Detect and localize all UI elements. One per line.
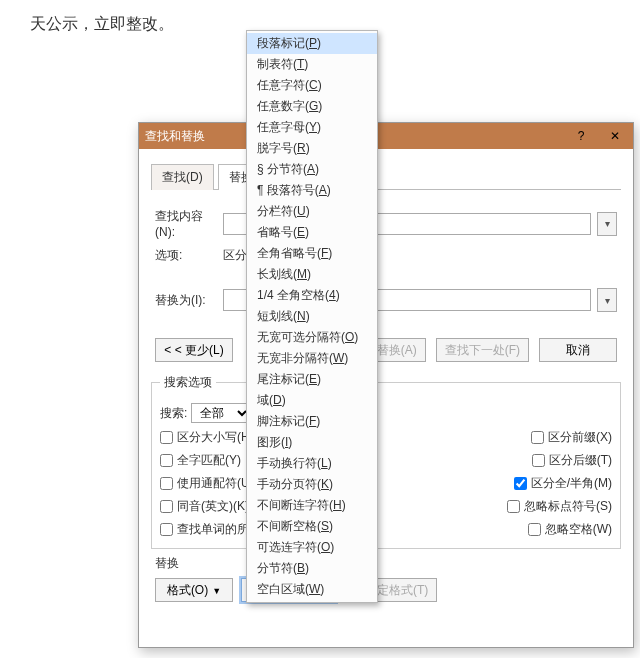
menu-item[interactable]: 脚注标记(F) — [247, 411, 377, 432]
menu-item[interactable]: 全角省略号(F) — [247, 243, 377, 264]
format-button[interactable]: 格式(O)▼ — [155, 578, 233, 602]
menu-item[interactable]: 1/4 全角空格(4) — [247, 285, 377, 306]
special-format-menu: 段落标记(P)制表符(T)任意字符(C)任意数字(G)任意字母(Y)脱字号(R)… — [246, 30, 378, 603]
chk-prefix[interactable]: 区分前缀(X) — [531, 429, 612, 446]
options-right-column: 区分前缀(X) 区分后缀(T) 区分全/半角(M) 忽略标点符号(S) 忽略空格… — [396, 429, 612, 538]
dialog-title: 查找和替换 — [145, 128, 205, 145]
replace-dropdown-button[interactable]: ▾ — [597, 288, 617, 312]
menu-item[interactable]: 省略号(E) — [247, 222, 377, 243]
menu-item[interactable]: 分栏符(U) — [247, 201, 377, 222]
chk-suffix[interactable]: 区分后缀(T) — [532, 452, 612, 469]
replace-label: 替换为(I): — [155, 292, 217, 309]
menu-item[interactable]: 短划线(N) — [247, 306, 377, 327]
form-area: 查找内容(N): ▾ 选项: 区分 替换为(I): ▾ — [139, 190, 633, 326]
chk-full-half[interactable]: 区分全/半角(M) — [514, 475, 612, 492]
menu-item[interactable]: 尾注标记(E) — [247, 369, 377, 390]
menu-item[interactable]: 任意字符(C) — [247, 75, 377, 96]
menu-item[interactable]: 不间断连字符(H) — [247, 495, 377, 516]
less-button[interactable]: < < 更少(L) — [155, 338, 233, 362]
menu-item[interactable]: 长划线(M) — [247, 264, 377, 285]
menu-item[interactable]: 手动分页符(K) — [247, 474, 377, 495]
cancel-button[interactable]: 取消 — [539, 338, 617, 362]
menu-item[interactable]: 无宽非分隔符(W) — [247, 348, 377, 369]
dialog-tabs: 查找(D) 替换(P) — [151, 163, 621, 190]
search-direction-select[interactable]: 全部 — [191, 403, 251, 423]
menu-item[interactable]: ¶ 段落符号(A) — [247, 180, 377, 201]
options-value: 区分 — [223, 247, 247, 264]
menu-item[interactable]: 可选连字符(O) — [247, 537, 377, 558]
find-label: 查找内容(N): — [155, 208, 217, 239]
window-buttons: ? ✕ — [569, 129, 627, 143]
menu-item[interactable]: 任意字母(Y) — [247, 117, 377, 138]
find-next-button[interactable]: 查找下一处(F) — [436, 338, 529, 362]
menu-item[interactable]: 手动换行符(L) — [247, 453, 377, 474]
search-options-legend: 搜索选项 — [160, 374, 216, 391]
menu-item[interactable]: 图形(I) — [247, 432, 377, 453]
menu-item[interactable]: 分节符(B) — [247, 558, 377, 579]
help-icon[interactable]: ? — [569, 129, 593, 143]
menu-item[interactable]: 无宽可选分隔符(O) — [247, 327, 377, 348]
find-replace-dialog: 查找和替换 ? ✕ 查找(D) 替换(P) 查找内容(N): ▾ 选项: 区分 … — [138, 122, 634, 648]
find-dropdown-button[interactable]: ▾ — [597, 212, 617, 236]
replace-section-label: 替换 — [155, 555, 617, 572]
tab-find[interactable]: 查找(D) — [151, 164, 214, 190]
action-buttons-row: < < 更少(L) 全部替换(A) 查找下一处(F) 取消 — [155, 338, 617, 362]
menu-item[interactable]: § 分节符(A) — [247, 159, 377, 180]
chk-ignore-space[interactable]: 忽略空格(W) — [528, 521, 612, 538]
chk-ignore-punct[interactable]: 忽略标点符号(S) — [507, 498, 612, 515]
search-direction-label: 搜索: — [160, 405, 187, 422]
close-icon[interactable]: ✕ — [603, 129, 627, 143]
menu-item[interactable]: 空白区域(W) — [247, 579, 377, 600]
menu-item[interactable]: 不间断空格(S) — [247, 516, 377, 537]
search-options-group: 搜索选项 搜索: 全部 区分大小写(H) 全字匹配(Y) 使用通配符(U) 同音… — [151, 374, 621, 549]
menu-item[interactable]: 制表符(T) — [247, 54, 377, 75]
dialog-titlebar: 查找和替换 ? ✕ — [139, 123, 633, 149]
menu-item[interactable]: 任意数字(G) — [247, 96, 377, 117]
document-text: 天公示，立即整改。 — [30, 15, 174, 32]
replace-section: 替换 格式(O)▼ 特殊格式(E)▼ 不限定格式(T) — [155, 555, 617, 602]
options-label: 选项: — [155, 247, 217, 264]
menu-item[interactable]: 段落标记(P) — [247, 33, 377, 54]
menu-item[interactable]: 域(D) — [247, 390, 377, 411]
menu-item[interactable]: 脱字号(R) — [247, 138, 377, 159]
